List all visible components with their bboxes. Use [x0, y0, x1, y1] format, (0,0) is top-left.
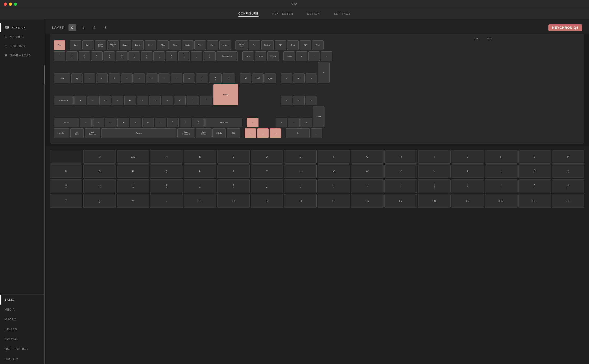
keymap-key-lcurly[interactable]: {[: [384, 179, 417, 193]
keymap-key-empty[interactable]: [50, 150, 82, 163]
keymap-key-c[interactable]: C: [217, 150, 250, 163]
key-e[interactable]: E: [96, 73, 108, 83]
sidebar-item-lighting[interactable]: ◌ LIGHTING: [0, 41, 45, 51]
key-left-ctrl[interactable]: Left Ctrl: [54, 128, 69, 138]
keymap-key-f7[interactable]: F7: [384, 194, 417, 208]
keymap-key-f6[interactable]: F6: [351, 194, 383, 208]
key-k[interactable]: K: [162, 96, 173, 105]
key-m[interactable]: M: [155, 118, 166, 127]
key-y[interactable]: Y: [134, 73, 145, 83]
key-num-slash[interactable]: /: [296, 51, 308, 61]
key-comma[interactable]: <,: [167, 118, 179, 127]
key-next[interactable]: Next: [169, 40, 181, 50]
sidebar-scrollbar[interactable]: [44, 65, 45, 364]
key-launch-pad[interactable]: LaunchPad: [107, 40, 119, 50]
keymap-key-esc[interactable]: Esc: [117, 150, 149, 163]
key-minus[interactable]: _-: [191, 51, 202, 61]
minimize-button[interactable]: [9, 3, 12, 6]
keymap-key-a[interactable]: A: [150, 150, 183, 163]
key-vol-plus[interactable]: Vol +: [207, 40, 218, 50]
key-f15[interactable]: F15: [300, 40, 311, 50]
key-j[interactable]: J: [149, 96, 161, 105]
key-siri[interactable]: Siri: [249, 40, 260, 50]
sidebar-item-special[interactable]: SPECIAL: [0, 334, 45, 344]
keymap-key-x[interactable]: X: [384, 164, 417, 178]
key-num-dot[interactable]: .: [311, 128, 322, 138]
key-1[interactable]: !1: [66, 51, 78, 61]
keymap-key-caret[interactable]: ^6: [117, 179, 149, 193]
key-up-arrow[interactable]: ↑: [247, 118, 259, 127]
keymap-key-l[interactable]: L: [518, 150, 551, 163]
key-3[interactable]: #3: [91, 51, 103, 61]
key-backspace[interactable]: Backspace: [217, 51, 238, 61]
layer-0-button[interactable]: 0: [68, 24, 76, 31]
key-tilde[interactable]: ~`: [54, 51, 65, 61]
keymap-key-gt[interactable]: >.: [50, 194, 82, 208]
key-mo1[interactable]: MO(1): [212, 128, 226, 138]
key-t[interactable]: T: [121, 73, 133, 83]
key-pgdn[interactable]: PgDn: [265, 73, 276, 83]
keymap-key-question[interactable]: ?/: [83, 194, 116, 208]
key-left-option[interactable]: LeftOption: [70, 128, 84, 138]
keymap-key-colon[interactable]: :;: [485, 179, 517, 193]
keymap-key-g[interactable]: G: [351, 150, 383, 163]
key-a[interactable]: A: [74, 96, 86, 105]
keymap-key-d[interactable]: D: [251, 150, 283, 163]
key-left-command[interactable]: LeftCommand: [85, 128, 100, 138]
key-9[interactable]: (9: [166, 51, 177, 61]
key-4[interactable]: $4: [104, 51, 115, 61]
keymap-key-hash[interactable]: #3: [552, 164, 584, 178]
keymap-key-comma[interactable]: ,: [150, 194, 183, 208]
keymap-key-o[interactable]: O: [83, 164, 116, 178]
key-vol-minus[interactable]: Vol -: [194, 40, 206, 50]
key-5[interactable]: %5: [116, 51, 127, 61]
keymap-key-v[interactable]: V: [318, 164, 350, 178]
keymap-key-p[interactable]: P: [117, 164, 149, 178]
key-end[interactable]: End: [252, 73, 264, 83]
keymap-key-q[interactable]: Q: [150, 164, 183, 178]
keymap-key-t[interactable]: T: [251, 164, 283, 178]
keymap-key-h[interactable]: H: [384, 150, 417, 163]
layer-2-button[interactable]: 2: [91, 24, 98, 31]
key-capslock[interactable]: Caps Lock: [54, 96, 74, 105]
maximize-button[interactable]: [14, 3, 17, 6]
key-backslash[interactable]: |\: [222, 73, 235, 83]
key-enter[interactable]: Enter: [213, 84, 238, 105]
sidebar-item-layers[interactable]: LAYERS: [0, 324, 45, 334]
keymap-key-u[interactable]: U: [284, 164, 317, 178]
key-scr-plus[interactable]: Scr +: [82, 40, 94, 50]
key-h[interactable]: H: [137, 96, 148, 105]
sidebar-item-save[interactable]: ▣ SAVE + LOAD: [0, 51, 45, 60]
keymap-key-s[interactable]: S: [217, 164, 250, 178]
keymap-key-asterisk[interactable]: *8: [184, 179, 216, 193]
keymap-key-f9[interactable]: F9: [452, 194, 484, 208]
keymap-key-f8[interactable]: F8: [418, 194, 450, 208]
key-left-arrow[interactable]: ←: [245, 128, 256, 138]
key-b[interactable]: B: [130, 118, 141, 127]
keymap-key-r[interactable]: R: [184, 164, 216, 178]
key-lbracket[interactable]: {[: [196, 73, 208, 83]
key-f16[interactable]: F16: [312, 40, 324, 50]
keymap-key-pipe[interactable]: |\: [452, 179, 484, 193]
key-num-5[interactable]: 5: [293, 96, 305, 105]
keymap-key-f10[interactable]: F10: [485, 194, 517, 208]
keymap-key-b[interactable]: B: [184, 150, 216, 163]
key-f14[interactable]: F14: [287, 40, 299, 50]
key-rbracket[interactable]: }]: [209, 73, 222, 83]
key-num-7[interactable]: 7: [281, 73, 292, 83]
keymap-key-f3[interactable]: F3: [251, 194, 283, 208]
key-left-shift[interactable]: Left Shift: [54, 118, 79, 127]
keymap-key-n[interactable]: N: [50, 164, 82, 178]
key-num-2[interactable]: 2: [288, 118, 300, 127]
key-x[interactable]: X: [93, 118, 104, 127]
key-play[interactable]: Play: [157, 40, 169, 50]
key-num-4[interactable]: 4: [281, 96, 292, 105]
key-home[interactable]: Home: [255, 51, 266, 61]
key-o[interactable]: O: [171, 73, 182, 83]
keymap-key-percent[interactable]: %5: [83, 179, 116, 193]
keymap-key-f12[interactable]: F12: [552, 194, 584, 208]
key-rgbmd-plus[interactable]: RGBMd+: [261, 40, 274, 50]
key-num-enter[interactable]: N.Ent: [313, 106, 324, 127]
key-6[interactable]: ^6: [128, 51, 140, 61]
keymap-key-dquote[interactable]: "': [518, 179, 551, 193]
